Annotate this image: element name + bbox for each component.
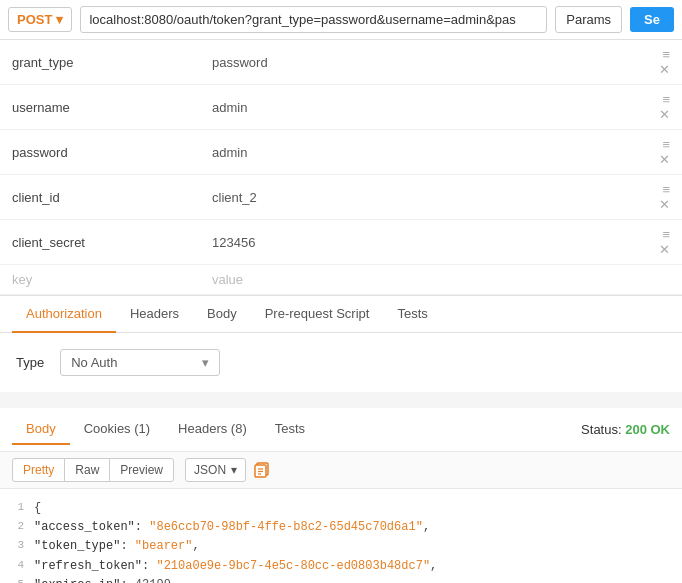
delete-icon[interactable]: ✕ xyxy=(659,107,670,122)
line-number: 5 xyxy=(4,576,34,583)
param-actions: ≡ ✕ xyxy=(632,220,682,265)
line-number: 3 xyxy=(4,537,34,556)
delete-icon[interactable]: ✕ xyxy=(659,152,670,167)
line-number: 2 xyxy=(4,518,34,537)
send-button[interactable]: Se xyxy=(630,7,674,32)
table-row: client_id client_2 ≡ ✕ xyxy=(0,175,682,220)
reorder-icon[interactable]: ≡ xyxy=(662,182,670,197)
chevron-down-icon: ▾ xyxy=(56,12,63,27)
resp-tab-headers--8-[interactable]: Headers (8) xyxy=(164,414,261,445)
line-content: "token_type": "bearer", xyxy=(34,537,678,556)
delete-icon[interactable]: ✕ xyxy=(659,197,670,212)
resp-tab-tests[interactable]: Tests xyxy=(261,414,319,445)
format-btn-pretty[interactable]: Pretty xyxy=(12,458,65,482)
method-button[interactable]: POST ▾ xyxy=(8,7,72,32)
delete-icon[interactable]: ✕ xyxy=(659,62,670,77)
top-bar: POST ▾ Params Se xyxy=(0,0,682,40)
line-content: "access_token": "8e6ccb70-98bf-4ffe-b8c2… xyxy=(34,518,678,537)
chevron-down-icon: ▾ xyxy=(231,463,237,477)
format-btn-preview[interactable]: Preview xyxy=(109,458,174,482)
params-section: grant_type password ≡ ✕ username admin ≡… xyxy=(0,40,682,296)
tab-pre-request-script[interactable]: Pre-request Script xyxy=(251,296,384,333)
param-value: password xyxy=(200,40,632,85)
response-section: BodyCookies (1)Headers (8)Tests Status: … xyxy=(0,408,682,583)
param-key: grant_type xyxy=(0,40,200,85)
param-actions-empty xyxy=(632,265,682,295)
auth-selected-value: No Auth xyxy=(71,355,117,370)
param-key: username xyxy=(0,85,200,130)
code-line: 5 "expires_in": 43199, xyxy=(0,576,682,583)
table-row: username admin ≡ ✕ xyxy=(0,85,682,130)
format-toolbar: PrettyRawPreview JSON ▾ xyxy=(0,452,682,489)
format-btn-group: PrettyRawPreview xyxy=(12,458,173,482)
param-actions: ≡ ✕ xyxy=(632,40,682,85)
auth-type-select[interactable]: No Auth ▾ xyxy=(60,349,220,376)
reorder-icon[interactable]: ≡ xyxy=(662,137,670,152)
param-value: admin xyxy=(200,85,632,130)
copy-icon[interactable] xyxy=(254,462,272,478)
reorder-icon[interactable]: ≡ xyxy=(662,92,670,107)
tab-tests[interactable]: Tests xyxy=(383,296,441,333)
param-value: 123456 xyxy=(200,220,632,265)
tab-headers[interactable]: Headers xyxy=(116,296,193,333)
line-number: 1 xyxy=(4,499,34,518)
format-select-value: JSON xyxy=(194,463,226,477)
code-line: 2 "access_token": "8e6ccb70-98bf-4ffe-b8… xyxy=(0,518,682,537)
auth-type-label: Type xyxy=(16,355,44,370)
table-row-empty: key value xyxy=(0,265,682,295)
code-line: 1{ xyxy=(0,499,682,518)
response-top-bar: BodyCookies (1)Headers (8)Tests Status: … xyxy=(0,408,682,452)
line-content: "expires_in": 43199, xyxy=(34,576,678,583)
code-line: 3 "token_type": "bearer", xyxy=(0,537,682,556)
param-actions: ≡ ✕ xyxy=(632,85,682,130)
param-key: client_secret xyxy=(0,220,200,265)
reorder-icon[interactable]: ≡ xyxy=(662,227,670,242)
table-row: grant_type password ≡ ✕ xyxy=(0,40,682,85)
delete-icon[interactable]: ✕ xyxy=(659,242,670,257)
format-select[interactable]: JSON ▾ xyxy=(185,458,246,482)
param-value-placeholder: value xyxy=(200,265,632,295)
status-label: Status: xyxy=(581,422,621,437)
reorder-icon[interactable]: ≡ xyxy=(662,47,670,62)
code-block: 1{2 "access_token": "8e6ccb70-98bf-4ffe-… xyxy=(0,489,682,583)
line-content: "refresh_token": "210a0e9e-9bc7-4e5c-80c… xyxy=(34,557,678,576)
tab-body[interactable]: Body xyxy=(193,296,251,333)
param-actions: ≡ ✕ xyxy=(632,130,682,175)
param-key-placeholder: key xyxy=(0,265,200,295)
table-row: password admin ≡ ✕ xyxy=(0,130,682,175)
params-table: grant_type password ≡ ✕ username admin ≡… xyxy=(0,40,682,295)
method-label: POST xyxy=(17,12,52,27)
param-key: password xyxy=(0,130,200,175)
code-line: 4 "refresh_token": "210a0e9e-9bc7-4e5c-8… xyxy=(0,557,682,576)
chevron-down-icon: ▾ xyxy=(202,355,209,370)
format-btn-raw[interactable]: Raw xyxy=(64,458,110,482)
tabs-row: AuthorizationHeadersBodyPre-request Scri… xyxy=(0,296,682,333)
line-number: 4 xyxy=(4,557,34,576)
param-key: client_id xyxy=(0,175,200,220)
section-divider xyxy=(0,400,682,408)
line-content: { xyxy=(34,499,678,518)
params-button[interactable]: Params xyxy=(555,6,622,33)
table-row: client_secret 123456 ≡ ✕ xyxy=(0,220,682,265)
tab-authorization[interactable]: Authorization xyxy=(12,296,116,333)
param-actions: ≡ ✕ xyxy=(632,175,682,220)
auth-section: Type No Auth ▾ xyxy=(0,333,682,400)
status-area: Status: 200 OK xyxy=(581,422,670,437)
status-badge: 200 OK xyxy=(625,422,670,437)
resp-tab-body[interactable]: Body xyxy=(12,414,70,445)
resp-tab-cookies--1-[interactable]: Cookies (1) xyxy=(70,414,164,445)
param-value: admin xyxy=(200,130,632,175)
url-input[interactable] xyxy=(80,6,547,33)
param-value: client_2 xyxy=(200,175,632,220)
response-tabs: BodyCookies (1)Headers (8)Tests xyxy=(12,414,319,445)
